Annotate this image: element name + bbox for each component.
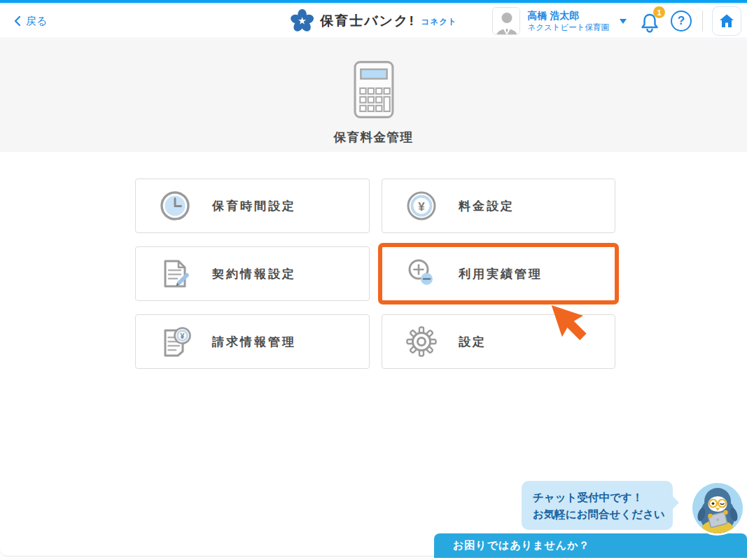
user-organization: ネクストビート保育園 xyxy=(527,22,609,32)
home-icon xyxy=(718,12,736,30)
menu-item-label: 保育時間設定 xyxy=(212,198,296,214)
svg-text:¥: ¥ xyxy=(181,332,185,340)
person-silhouette-icon xyxy=(493,8,520,35)
section-banner: 保育料金管理 xyxy=(0,39,747,152)
clock-icon xyxy=(159,190,191,222)
plus-minus-icon xyxy=(405,258,438,290)
svg-text:¥: ¥ xyxy=(418,200,425,214)
help-button[interactable]: ? xyxy=(671,10,692,31)
home-button[interactable] xyxy=(712,6,741,36)
calculator-icon xyxy=(354,60,394,122)
chat-launcher-bar[interactable]: お困りではありませんか？ xyxy=(434,533,747,558)
back-label: 戻る xyxy=(26,15,47,28)
sakura-flower-logo-icon xyxy=(290,9,314,33)
back-button[interactable]: 戻る xyxy=(14,4,47,38)
yen-coin-icon: ¥ xyxy=(405,190,438,222)
menu-item-keiyaku-joho-settei[interactable]: 契約情報設定 xyxy=(135,246,370,301)
menu-item-settei[interactable]: 設定 xyxy=(382,314,615,369)
notification-badge: 1 xyxy=(653,6,665,18)
menu-item-label: 料金設定 xyxy=(459,198,515,214)
app-window: 戻る 保育士バンク! コネクト xyxy=(0,0,747,560)
chevron-left-icon xyxy=(14,15,21,27)
chat-bubble-line2: お気軽にお問合せください xyxy=(533,506,673,523)
header-divider xyxy=(702,10,703,31)
invoice-yen-icon: ¥ xyxy=(159,326,191,358)
menu-item-label: 請求情報管理 xyxy=(212,334,296,350)
page-title: 保育料金管理 xyxy=(0,129,747,146)
logo-title: 保育士バンク! xyxy=(320,12,415,30)
menu-item-riyo-jisseki-kanri[interactable]: 利用実績管理 xyxy=(382,246,615,301)
menu-item-seikyu-joho-kanri[interactable]: ¥ 請求情報管理 xyxy=(135,314,370,369)
menu-grid: 保育時間設定 ¥ 料金設定 契約情報設定 xyxy=(135,178,616,369)
user-name: 高橋 浩太郎 xyxy=(527,10,609,22)
menu-item-label: 契約情報設定 xyxy=(212,266,296,282)
menu-item-hoiku-jikan-settei[interactable]: 保育時間設定 xyxy=(135,178,370,233)
header-user-area: 高橋 浩太郎 ネクストビート保育園 1 ? xyxy=(492,4,741,38)
chat-status-bubble[interactable]: チャット受付中です！ お気軽にお問合せください xyxy=(522,481,673,530)
logo-connect-badge: コネクト xyxy=(421,17,457,27)
avatar[interactable] xyxy=(492,7,520,35)
header: 戻る 保育士バンク! コネクト xyxy=(0,4,747,38)
chat-bubble-line1: チャット受付中です！ xyxy=(533,489,673,506)
menu-item-label: 利用実績管理 xyxy=(459,266,543,282)
chat-bar-label: お困りではありませんか？ xyxy=(453,539,590,552)
notifications-button[interactable]: 1 xyxy=(638,8,662,34)
user-menu[interactable]: 高橋 浩太郎 ネクストビート保育園 xyxy=(527,10,609,32)
app-logo: 保育士バンク! コネクト xyxy=(290,4,457,38)
penguin-mascot-icon xyxy=(692,483,743,533)
question-mark-icon: ? xyxy=(678,14,685,28)
chat-mascot-avatar[interactable] xyxy=(692,483,743,533)
menu-item-ryokin-settei[interactable]: ¥ 料金設定 xyxy=(382,178,615,233)
gear-icon xyxy=(405,326,438,358)
menu-item-label: 設定 xyxy=(459,334,487,350)
contract-document-icon xyxy=(159,258,191,290)
chevron-down-icon[interactable] xyxy=(620,19,627,24)
